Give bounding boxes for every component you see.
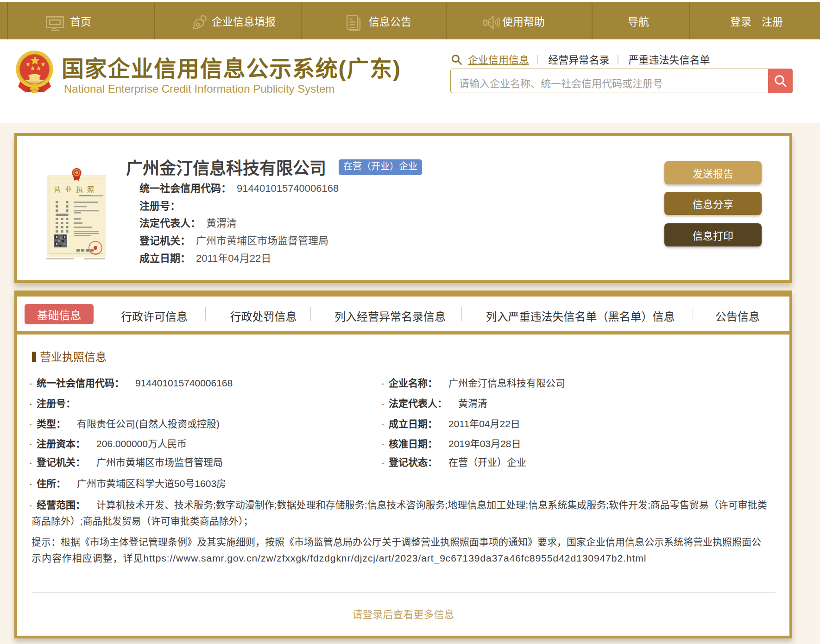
- svg-text:营业执照: 营业执照: [54, 185, 98, 193]
